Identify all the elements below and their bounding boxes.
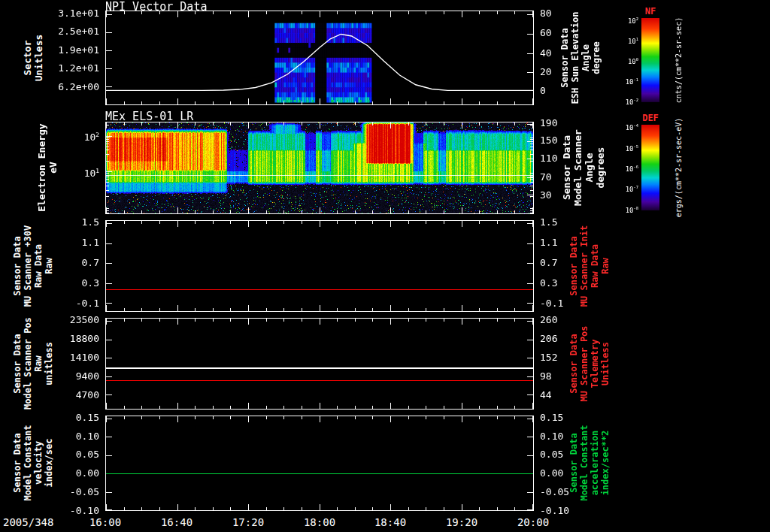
tick-mark <box>302 122 302 125</box>
tick-mark <box>106 136 112 137</box>
tick-mark <box>195 122 196 125</box>
tick-mark <box>248 122 249 128</box>
tick-mark <box>527 263 533 264</box>
tick-mark <box>159 319 160 322</box>
tick-mark <box>159 416 160 419</box>
axis-label-line: Sensor Data <box>12 220 23 312</box>
tick-label: -0.1 <box>540 298 593 309</box>
tick-label: 10-5 <box>586 143 638 153</box>
tick-mark <box>337 507 338 510</box>
tick-mark <box>177 207 178 213</box>
colorbar-def-title: DEF <box>641 113 659 123</box>
tick-label: 152 <box>540 352 593 363</box>
tick-mark <box>248 11 249 17</box>
tick-mark <box>462 416 462 422</box>
tick-mark <box>283 221 284 224</box>
tick-mark <box>355 122 356 125</box>
tick-mark <box>479 210 480 213</box>
axis-label-line: velocity <box>33 416 44 511</box>
data-line <box>106 367 533 369</box>
tick-mark <box>213 210 214 213</box>
tick-mark <box>532 122 533 128</box>
tick-mark <box>527 358 533 358</box>
tick-mark <box>444 210 444 213</box>
tick-mark <box>106 509 112 510</box>
tick-mark <box>408 507 409 510</box>
tick-mark <box>355 507 356 510</box>
tick-mark <box>248 403 249 409</box>
tick-mark <box>106 283 112 284</box>
tick-mark <box>527 34 533 35</box>
tick-mark <box>177 403 178 409</box>
tick-mark <box>213 11 214 14</box>
tick-mark <box>479 221 480 224</box>
panel-model-scanner-pos <box>105 318 534 410</box>
tick-label: 98 <box>540 370 593 382</box>
tick-mark <box>390 504 391 510</box>
tick-mark <box>527 394 533 395</box>
tick-label: 3.1e+01 <box>47 8 99 19</box>
tick-mark <box>106 171 112 172</box>
tick-mark <box>320 221 320 227</box>
tick-mark <box>320 403 320 409</box>
tick-mark <box>266 319 267 322</box>
tick-mark <box>462 305 462 311</box>
tick-mark <box>124 101 125 104</box>
tick-mark <box>462 319 462 325</box>
tick-mark <box>408 319 409 322</box>
tick-mark <box>514 122 515 125</box>
tick-mark <box>177 221 178 227</box>
tick-label: 0.7 <box>540 257 593 268</box>
tick-mark <box>177 504 178 510</box>
tick-mark <box>106 243 112 244</box>
tick-mark <box>106 14 112 15</box>
tick-mark <box>106 303 112 304</box>
tick-mark <box>124 308 125 311</box>
tick-mark <box>462 98 462 104</box>
tick-mark <box>248 504 249 510</box>
tick-mark <box>106 139 109 140</box>
tick-label: 14100 <box>47 352 99 363</box>
tick-mark <box>462 403 462 409</box>
tick-label: 260 <box>540 314 593 325</box>
tick-mark <box>124 210 125 213</box>
axis-label-line: Sector <box>22 11 33 105</box>
colorbar-def-units: ergs/(cm**2-sr-sec-eV) <box>675 111 684 224</box>
tick-label: 0.3 <box>47 277 99 289</box>
tick-mark <box>372 122 373 125</box>
tick-mark <box>355 416 356 419</box>
tick-mark <box>124 416 125 419</box>
tick-mark <box>302 210 302 213</box>
tick-mark <box>106 305 107 311</box>
axis-label-line: index/sec**2 <box>600 416 611 511</box>
tick-mark <box>124 406 125 409</box>
tick-label: 101 <box>586 35 638 46</box>
tick-label: 0.00 <box>47 467 99 479</box>
tick-mark <box>514 101 515 104</box>
tick-label: 60 <box>540 27 593 38</box>
tick-mark <box>530 186 533 186</box>
tick-mark <box>532 319 533 325</box>
tick-mark <box>408 221 409 224</box>
tick-mark <box>159 507 160 510</box>
tick-label: -0.1 <box>47 298 99 309</box>
tick-mark <box>106 179 109 180</box>
tick-mark <box>530 173 533 174</box>
tick-label: 0.7 <box>47 257 99 268</box>
tick-mark <box>337 308 338 311</box>
tick-mark <box>302 406 302 409</box>
data-line <box>106 289 533 290</box>
tick-mark <box>248 319 249 325</box>
tick-mark <box>266 406 267 409</box>
axis-label-line: MU Scanner +30V <box>23 220 33 312</box>
tick-mark <box>355 210 356 213</box>
panel-els <box>105 122 534 214</box>
axis-label-line: Raw Data <box>33 220 44 312</box>
tick-mark <box>514 507 515 510</box>
tick-mark <box>444 507 444 510</box>
tick-mark <box>530 139 533 140</box>
colorbar-nf-title: NF <box>641 6 659 17</box>
tick-mark <box>479 507 480 510</box>
tick-mark <box>390 98 391 104</box>
tick-label: 23500 <box>47 314 99 325</box>
